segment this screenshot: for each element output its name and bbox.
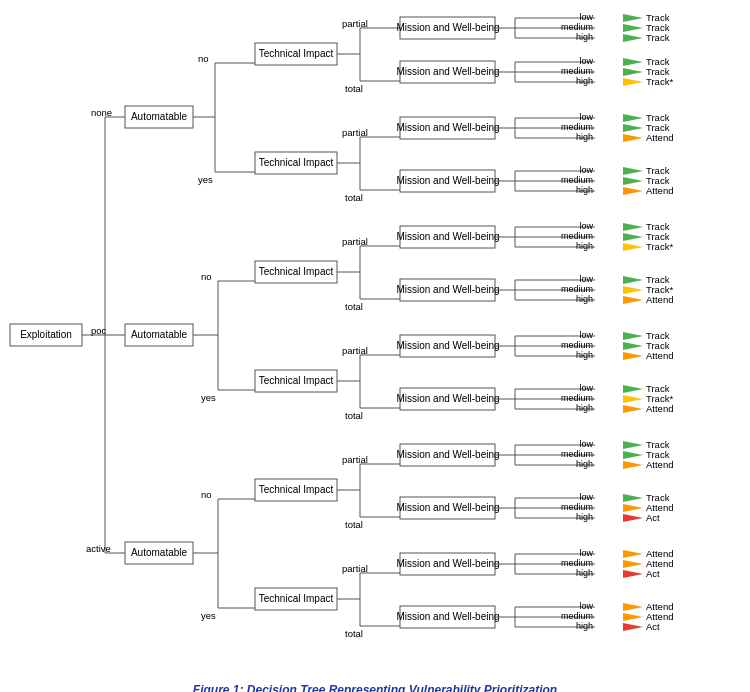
arrow-nno-p-high <box>623 34 643 42</box>
sev-pno-p-med: medium <box>561 231 593 241</box>
arrow-pyes-p-low <box>623 332 643 340</box>
sev-ayes-p-med: medium <box>561 558 593 568</box>
arrow-ano-p-low <box>623 441 643 449</box>
label-ano-partial: partial <box>342 454 368 465</box>
arrow-ano-p-high <box>623 461 643 469</box>
tree-container: Exploitation none poc active Automatable… <box>5 10 745 692</box>
label-poc: poc <box>91 325 107 336</box>
ti-active-no: Technical Impact <box>259 484 334 495</box>
label-pno-partial: partial <box>342 236 368 247</box>
label-active-no: no <box>201 489 212 500</box>
arrow-pno-t-high <box>623 296 643 304</box>
ti-none-yes: Technical Impact <box>259 157 334 168</box>
label-nno-total: total <box>345 83 363 94</box>
arrow-nyes-t-high <box>623 187 643 195</box>
leaf-ayes-t-high: Act <box>646 621 660 632</box>
arrow-ayes-p-low <box>623 550 643 558</box>
figure-caption: Figure 1: Decision Tree Representing Vul… <box>5 683 745 692</box>
mw-nyes-total: Mission and Well-being <box>396 175 499 186</box>
sev-ano-t-high: high <box>576 512 593 522</box>
arrow-nno-t-med <box>623 68 643 76</box>
automatable-none: Automatable <box>131 111 188 122</box>
sev-nno-t-low: low <box>579 56 593 66</box>
sev-ano-p-low: low <box>579 439 593 449</box>
sev-pyes-p-high: high <box>576 350 593 360</box>
arrow-nyes-t-med <box>623 177 643 185</box>
sev-ano-p-med: medium <box>561 449 593 459</box>
arrow-nno-p-low <box>623 14 643 22</box>
sev-ayes-t-low: low <box>579 601 593 611</box>
leaf-nno-p-high: Track <box>646 32 670 43</box>
sev-pyes-t-high: high <box>576 403 593 413</box>
arrow-pno-t-med <box>623 286 643 294</box>
arrow-ayes-p-high <box>623 570 643 578</box>
label-poc-yes: yes <box>201 392 216 403</box>
mw-ano-total: Mission and Well-being <box>396 502 499 513</box>
mw-nno-total: Mission and Well-being <box>396 66 499 77</box>
leaf-ayes-p-high: Act <box>646 568 660 579</box>
arrow-nyes-p-low <box>623 114 643 122</box>
arrow-ano-p-med <box>623 451 643 459</box>
arrow-pno-p-low <box>623 223 643 231</box>
mw-pyes-partial: Mission and Well-being <box>396 340 499 351</box>
label-ano-total: total <box>345 519 363 530</box>
arrow-pno-p-med <box>623 233 643 241</box>
label-none: none <box>91 107 112 118</box>
arrow-pyes-p-med <box>623 342 643 350</box>
sev-nyes-t-high: high <box>576 185 593 195</box>
sev-ayes-p-high: high <box>576 568 593 578</box>
arrow-ayes-p-med <box>623 560 643 568</box>
mw-nno-partial: Mission and Well-being <box>396 22 499 33</box>
arrow-ano-t-high <box>623 514 643 522</box>
label-none-no: no <box>198 53 209 64</box>
label-pyes-total: total <box>345 410 363 421</box>
sev-pno-t-med: medium <box>561 284 593 294</box>
mw-pno-total: Mission and Well-being <box>396 284 499 295</box>
sev-pyes-t-med: medium <box>561 393 593 403</box>
leaf-nno-t-high: Track* <box>646 76 673 87</box>
sev-ano-t-low: low <box>579 492 593 502</box>
leaf-ano-t-high: Act <box>646 512 660 523</box>
sev-pyes-p-med: medium <box>561 340 593 350</box>
label-none-yes: yes <box>198 174 213 185</box>
arrow-nno-p-med <box>623 24 643 32</box>
arrow-nyes-p-high <box>623 134 643 142</box>
label-active: active <box>86 543 111 554</box>
arrow-pno-t-low <box>623 276 643 284</box>
exploitation-node: Exploitation <box>20 329 72 340</box>
label-pyes-partial: partial <box>342 345 368 356</box>
label-poc-no: no <box>201 271 212 282</box>
leaf-pyes-t-high: Attend <box>646 403 673 414</box>
ti-active-yes: Technical Impact <box>259 593 334 604</box>
ti-poc-no: Technical Impact <box>259 266 334 277</box>
mw-ayes-partial: Mission and Well-being <box>396 558 499 569</box>
sev-ano-p-high: high <box>576 459 593 469</box>
label-nyes-partial: partial <box>342 127 368 138</box>
arrow-pyes-t-low <box>623 385 643 393</box>
ti-none-no: Technical Impact <box>259 48 334 59</box>
automatable-active: Automatable <box>131 547 188 558</box>
leaf-pno-p-high: Track* <box>646 241 673 252</box>
mw-pyes-total: Mission and Well-being <box>396 393 499 404</box>
sev-nno-t-high: high <box>576 76 593 86</box>
label-nyes-total: total <box>345 192 363 203</box>
sev-pno-p-low: low <box>579 221 593 231</box>
label-ayes-partial: partial <box>342 563 368 574</box>
sev-nno-t-med: medium <box>561 66 593 76</box>
arrow-pno-p-high <box>623 243 643 251</box>
arrow-ayes-t-high <box>623 623 643 631</box>
arrow-ano-t-med <box>623 504 643 512</box>
sev-pno-t-low: low <box>579 274 593 284</box>
arrow-nyes-t-low <box>623 167 643 175</box>
decision-tree-svg: Exploitation none poc active Automatable… <box>5 10 745 675</box>
sev-nno-p-med: medium <box>561 22 593 32</box>
sev-pno-p-high: high <box>576 241 593 251</box>
sev-nyes-t-low: low <box>579 165 593 175</box>
sev-pyes-p-low: low <box>579 330 593 340</box>
sev-ayes-t-med: medium <box>561 611 593 621</box>
leaf-nyes-t-high: Attend <box>646 185 673 196</box>
arrow-pyes-t-high <box>623 405 643 413</box>
arrow-nno-t-high <box>623 78 643 86</box>
leaf-nyes-p-high: Attend <box>646 132 673 143</box>
sev-pno-t-high: high <box>576 294 593 304</box>
